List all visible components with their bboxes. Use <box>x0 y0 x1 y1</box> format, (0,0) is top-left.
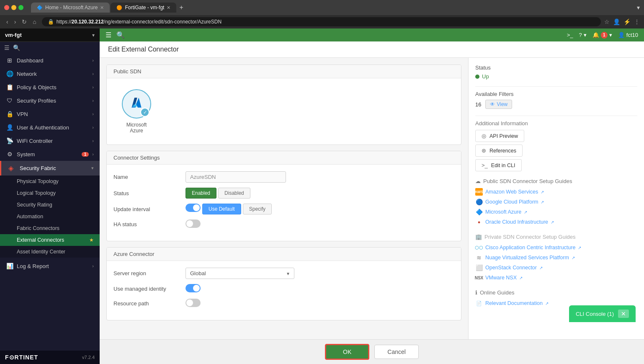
edit-in-cli-button[interactable]: >_ Edit in CLI <box>475 159 522 171</box>
sidebar-item-log-report[interactable]: 📊 Log & Report › <box>0 259 100 273</box>
guide-oracle[interactable]: ● Oracle Cloud Infrastructure ↗ <box>475 217 637 227</box>
azure-logo: ✓ <box>122 89 151 119</box>
security-fabric-arrow-icon: ▾ <box>91 165 94 171</box>
vm-chevron-icon[interactable]: ▾ <box>92 32 95 38</box>
enabled-button[interactable]: Enabled <box>185 188 216 199</box>
sidebar-subitem-asset-identity[interactable]: Asset Identity Center <box>0 246 100 258</box>
window-controls <box>4 5 23 10</box>
sidebar-menu-icon[interactable]: ☰ <box>4 44 10 51</box>
sidebar-subitem-external-connectors[interactable]: External Connectors ★ <box>0 234 100 246</box>
api-preview-button[interactable]: ◎ API Preview <box>475 130 524 142</box>
cli-console-close-button[interactable]: ✕ <box>618 310 629 318</box>
reload-button[interactable]: ↻ <box>20 18 29 26</box>
docs-external-icon: ↗ <box>545 301 549 306</box>
sidebar-item-wifi-label: WiFi Controller <box>17 138 89 144</box>
guide-openstack[interactable]: ⬜ OpenStack Connector ↗ <box>475 263 637 273</box>
sidebar-item-network[interactable]: 🌐 Network › <box>0 67 100 80</box>
additional-info-title: Additional Information <box>475 120 637 126</box>
ha-status-toggle[interactable] <box>185 219 201 228</box>
references-button[interactable]: ⊛ References <box>475 145 523 157</box>
sidebar-subitem-automation[interactable]: Automation <box>0 211 100 222</box>
back-button[interactable]: ‹ <box>4 18 10 26</box>
topbar-search-icon[interactable]: 🔍 <box>116 31 125 39</box>
sidebar-subitem-fabric-connectors[interactable]: Fabric Connectors <box>0 222 100 234</box>
sidebar-subitem-logical-topology[interactable]: Logical Topology <box>0 187 100 199</box>
name-input[interactable] <box>185 171 286 183</box>
sidebar-item-system[interactable]: ⚙ System 1 › <box>0 147 100 161</box>
managed-identity-toggle[interactable] <box>185 284 201 292</box>
sidebar-item-security-profiles-label: Security Profiles <box>17 98 89 104</box>
tab-azure[interactable]: 🔷 Home - Microsoft Azure ✕ <box>31 3 110 13</box>
aws-icon: AWS <box>475 188 483 196</box>
sidebar-item-vpn[interactable]: 🔒 VPN › <box>0 107 100 121</box>
main-content: ☰ 🔍 >_ ? ▾ 🔔 1 ▾ 👤 fct10 <box>100 28 644 364</box>
topbar-help-button[interactable]: ? ▾ <box>579 32 587 38</box>
guide-nuage[interactable]: ≋ Nuage Virtualized Services Platform ↗ <box>475 253 637 263</box>
aws-external-icon: ↗ <box>541 190 544 194</box>
guide-gcp[interactable]: 🔵 Google Cloud Platform ↗ <box>475 197 637 207</box>
bookmark-button[interactable]: ☆ <box>604 18 610 25</box>
system-badge: 1 <box>82 152 89 157</box>
sidebar-search-icon[interactable]: 🔍 <box>13 44 20 51</box>
topbar-terminal-button[interactable]: >_ <box>567 32 573 38</box>
guide-cisco[interactable]: ⬡⬡ Cisco Application Centric Infrastruct… <box>475 243 637 253</box>
maximize-window-btn[interactable] <box>18 5 23 10</box>
azure-logo-area: ✓ Microsoft Azure <box>113 85 160 138</box>
sidebar-subitem-automation-label: Automation <box>17 214 43 219</box>
sidebar-item-wifi[interactable]: 📡 WiFi Controller › <box>0 134 100 147</box>
log-report-icon: 📊 <box>6 263 13 269</box>
sidebar-item-security-profiles[interactable]: 🛡 Security Profiles › <box>0 94 100 107</box>
new-tab-button[interactable]: + <box>177 4 185 11</box>
guide-vmware[interactable]: NSX VMware NSX ↗ <box>475 273 637 283</box>
close-window-btn[interactable] <box>4 5 9 10</box>
minimize-window-btn[interactable] <box>11 5 16 10</box>
disabled-button[interactable]: Disabled <box>218 188 250 199</box>
use-default-button[interactable]: Use Default <box>202 204 241 214</box>
guide-aws[interactable]: AWS Amazon Web Services ↗ <box>475 187 637 197</box>
sidebar-item-policy[interactable]: 📋 Policy & Objects › <box>0 80 100 94</box>
public-sdn-title: Public SDN <box>107 65 461 78</box>
menu-button[interactable]: ⋮ <box>634 18 640 25</box>
server-region-select[interactable]: Global <box>185 268 294 279</box>
url-bar[interactable]: 🔒 https://20.120.32.212/ng/external-conn… <box>42 17 601 26</box>
cli-console-label: CLI Console (1) <box>576 311 614 317</box>
ha-status-label: HA status <box>113 221 180 227</box>
security-fabric-submenu: Physical Topology Logical Topology Secur… <box>0 176 100 258</box>
tab-list-button[interactable]: ▾ <box>637 4 640 11</box>
topbar-menu-icon[interactable]: ☰ <box>106 31 111 39</box>
sidebar-subitem-security-rating[interactable]: Security Rating <box>0 199 100 211</box>
topbar-user-button[interactable]: 👤 fct10 <box>618 32 638 38</box>
specify-button[interactable]: Specify <box>243 204 272 214</box>
sidebar-subitem-physical-topology[interactable]: Physical Topology <box>0 176 100 187</box>
url-text: https://20.120.32.212/ng/external-connec… <box>57 19 222 25</box>
cancel-button[interactable]: Cancel <box>374 345 419 359</box>
sidebar-item-dashboard-label: Dashboard <box>17 57 89 64</box>
view-button[interactable]: 👁 View <box>485 100 512 109</box>
tab-azure-close[interactable]: ✕ <box>100 5 104 10</box>
ok-button[interactable]: OK <box>325 344 369 360</box>
form-row-managed-identity: Use managed identity <box>113 284 454 294</box>
guide-oracle-label: Oracle Cloud Infrastructure <box>485 219 548 225</box>
sidebar-item-user-auth[interactable]: 👤 User & Authentication › <box>0 121 100 134</box>
extensions-button[interactable]: ⚡ <box>623 18 631 25</box>
vpn-icon: 🔒 <box>6 111 13 117</box>
sidebar-item-policy-label: Policy & Objects <box>17 84 89 90</box>
vpn-arrow-icon: › <box>92 111 94 116</box>
security-icon: 🔒 <box>48 19 54 25</box>
update-interval-toggle[interactable] <box>185 204 201 212</box>
guide-azure-label: Microsoft Azure <box>485 209 521 215</box>
profile-button[interactable]: 👤 <box>613 18 620 25</box>
sidebar-item-security-fabric[interactable]: ◈ Security Fabric ▾ <box>0 161 100 176</box>
tab-fortigate[interactable]: 🟠 FortiGate - vm-fgt ✕ <box>111 3 176 13</box>
resource-path-toggle[interactable] <box>185 299 201 307</box>
topbar-bell-button[interactable]: 🔔 1 ▾ <box>592 32 612 39</box>
tab-fortigate-close[interactable]: ✕ <box>167 5 170 10</box>
private-guides-title: 🏢 Private SDN Connector Setup Guides <box>475 234 637 240</box>
home-button[interactable]: ⌂ <box>31 18 38 26</box>
sidebar-item-dashboard[interactable]: ⊞ Dashboard › <box>0 54 100 67</box>
forward-button[interactable]: › <box>12 18 18 26</box>
dashboard-arrow-icon: › <box>92 58 94 63</box>
cli-console[interactable]: CLI Console (1) ✕ <box>569 305 636 322</box>
guide-nuage-label: Nuage Virtualized Services Platform <box>485 255 569 261</box>
guide-azure[interactable]: 🔷 Microsoft Azure ↗ <box>475 207 637 217</box>
